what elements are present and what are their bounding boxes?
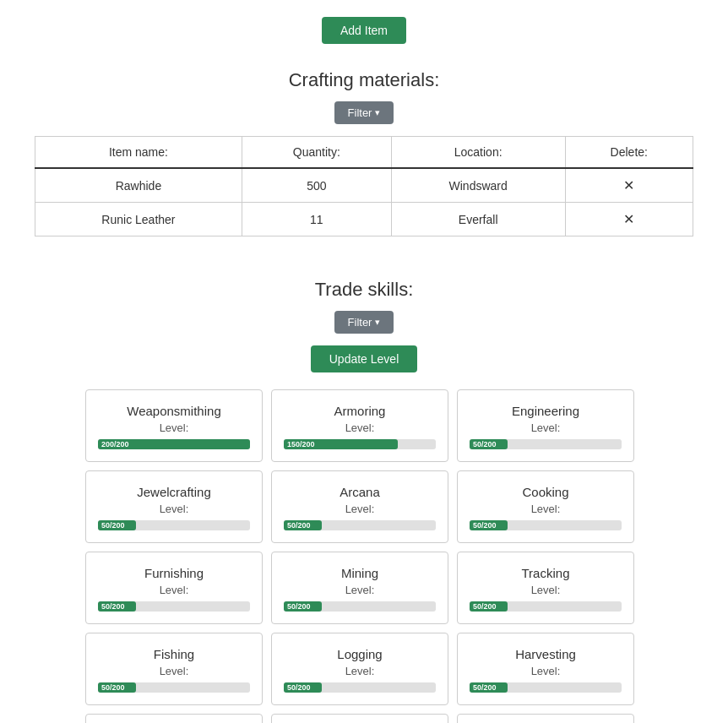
skill-level-label: Level: — [345, 584, 375, 596]
skill-name: Harvesting — [515, 647, 576, 661]
col-delete: Delete: — [565, 137, 693, 169]
progress-bar-fill: 50/200 — [284, 601, 322, 612]
progress-bar-fill: 50/200 — [470, 439, 508, 449]
col-location: Location: — [391, 137, 565, 169]
progress-bar-container: 50/200 — [98, 601, 250, 612]
progress-bar-fill: 50/200 — [98, 682, 136, 693]
progress-bar-fill: 50/200 — [98, 520, 136, 530]
trade-skills-section: Trade skills: Filter Update Level Weapon… — [0, 279, 728, 723]
progress-bar-fill: 50/200 — [470, 601, 508, 612]
progress-label: 200/200 — [101, 440, 129, 448]
progress-bar-container: 50/200 — [98, 682, 250, 693]
skill-level-label: Level: — [160, 503, 189, 515]
trade-skills-title: Trade skills: — [315, 279, 414, 301]
delete-button[interactable]: ✕ — [623, 212, 634, 226]
skill-level-label: Level: — [531, 503, 561, 515]
progress-label: 50/200 — [473, 521, 497, 530]
progress-label: 50/200 — [287, 602, 311, 611]
progress-bar-container: 50/200 — [470, 520, 622, 530]
skill-level-label: Level: — [345, 503, 375, 515]
skill-card: Weaponsmithing Level: 200/200 — [85, 389, 263, 462]
skill-card: Mining Level: 50/200 — [271, 552, 448, 624]
cell-quantity: 500 — [242, 168, 391, 203]
skill-name: Logging — [337, 647, 382, 661]
skill-name: Arcana — [340, 485, 380, 499]
progress-bar-fill: 50/200 — [470, 682, 508, 693]
progress-bar-container: 50/200 — [470, 439, 622, 449]
progress-label: 50/200 — [287, 683, 311, 692]
progress-bar-fill: 50/200 — [284, 520, 322, 530]
table-row: Runic Leather 11 Everfall ✕ — [35, 203, 693, 236]
progress-label: 50/200 — [101, 602, 125, 611]
skill-card: Cooking Level: 50/200 — [457, 470, 634, 543]
skill-level-label: Level: — [531, 665, 561, 677]
cell-item-name: Rawhide — [35, 168, 242, 203]
skill-card: Arcana Level: 50/200 — [271, 470, 448, 543]
skill-level-label: Level: — [531, 584, 561, 596]
progress-bar-fill: 50/200 — [284, 682, 322, 693]
progress-bar-container: 50/200 — [470, 601, 622, 612]
skill-card: Harvesting Level: 50/200 — [457, 633, 634, 705]
skill-name: Weaponsmithing — [127, 404, 220, 418]
skill-card: Tracking Level: 50/200 — [457, 552, 634, 624]
progress-label: 150/200 — [287, 440, 315, 448]
crafting-materials-title: Crafting materials: — [289, 69, 440, 91]
progress-label: 50/200 — [473, 440, 497, 448]
crafting-filter-button[interactable]: Filter — [334, 101, 394, 124]
progress-label: 50/200 — [101, 683, 125, 692]
cell-item-name: Runic Leather — [35, 203, 242, 236]
skill-card: Fishing Level: 50/200 — [85, 633, 263, 705]
skill-card: Leatherworking Level: 50/200 — [457, 714, 634, 723]
skill-card: Smelting Level: 50/200 — [85, 714, 263, 723]
skill-level-label: Level: — [160, 665, 189, 677]
skill-card: Logging Level: 50/200 — [271, 633, 448, 705]
cell-delete[interactable]: ✕ — [565, 168, 693, 203]
progress-label: 50/200 — [473, 683, 497, 692]
table-row: Rawhide 500 Windsward ✕ — [35, 168, 693, 203]
skill-name: Furnishing — [144, 566, 204, 580]
skill-level-label: Level: — [160, 421, 189, 434]
cell-quantity: 11 — [242, 203, 391, 236]
progress-label: 50/200 — [473, 602, 497, 611]
skill-card: Stonecutting Level: 50/200 — [271, 714, 448, 723]
crafting-materials-section: Crafting materials: Filter Item name: Qu… — [0, 69, 728, 270]
progress-bar-container: 50/200 — [284, 682, 436, 693]
progress-bar-container: 50/200 — [98, 520, 250, 530]
progress-bar-container: 200/200 — [98, 439, 250, 449]
progress-bar-fill: 200/200 — [98, 439, 250, 449]
cell-delete[interactable]: ✕ — [565, 203, 693, 236]
trade-skills-filter-button[interactable]: Filter — [334, 311, 394, 334]
progress-bar-container: 50/200 — [470, 682, 622, 693]
progress-bar-container: 50/200 — [284, 601, 436, 612]
add-item-button[interactable]: Add Item — [322, 17, 406, 44]
crafting-materials-table: Item name: Quantity: Location: Delete: R… — [35, 136, 693, 236]
col-quantity: Quantity: — [242, 137, 391, 169]
col-item-name: Item name: — [35, 137, 242, 169]
skill-name: Fishing — [154, 647, 194, 661]
skill-card: Engineering Level: 50/200 — [457, 389, 634, 462]
progress-label: 50/200 — [287, 521, 311, 530]
progress-bar-fill: 50/200 — [470, 520, 508, 530]
skill-card: Armoring Level: 150/200 — [271, 389, 448, 462]
skill-name: Jewelcrafting — [137, 485, 211, 499]
skill-name: Tracking — [522, 566, 570, 580]
skill-name: Cooking — [522, 485, 568, 499]
table-header-row: Item name: Quantity: Location: Delete: — [35, 137, 693, 169]
update-level-button[interactable]: Update Level — [311, 345, 418, 372]
delete-button[interactable]: ✕ — [623, 178, 634, 193]
progress-bar-container: 150/200 — [284, 439, 436, 449]
cell-location: Everfall — [391, 203, 565, 236]
progress-bar-fill: 150/200 — [284, 439, 398, 449]
skill-card: Jewelcrafting Level: 50/200 — [85, 470, 263, 543]
skill-level-label: Level: — [160, 584, 189, 596]
progress-bar-container: 50/200 — [284, 520, 436, 530]
progress-bar-fill: 50/200 — [98, 601, 136, 612]
skill-name: Engineering — [512, 404, 579, 418]
skill-level-label: Level: — [345, 421, 375, 434]
skill-level-label: Level: — [345, 665, 375, 677]
skills-grid: Weaponsmithing Level: 200/200 Armoring L… — [85, 389, 643, 723]
skill-name: Armoring — [334, 404, 386, 418]
skill-level-label: Level: — [531, 421, 561, 434]
progress-label: 50/200 — [101, 521, 125, 530]
skill-name: Mining — [341, 566, 378, 580]
